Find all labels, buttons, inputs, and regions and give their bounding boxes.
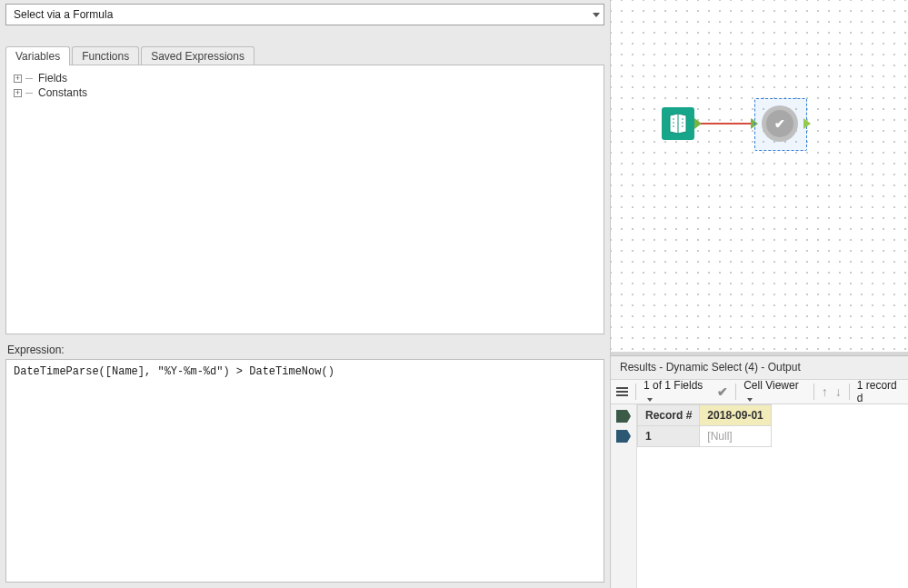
results-title: Results - Dynamic Select (4) - Output [611,356,908,379]
expression-library-tabs: Variables Functions Saved Expressions [0,45,610,65]
data-input-tool[interactable] [662,107,694,140]
expression-editor[interactable]: DateTimeParse([Name], "%Y-%m-%d") > Date… [5,359,604,583]
book-icon [666,112,690,135]
svg-point-5 [682,125,683,127]
col-header-record[interactable]: Record # [638,405,700,426]
chevron-down-icon [747,398,753,402]
tree-item-constants[interactable]: + Constants [14,85,596,100]
output-anchor-icon[interactable] [803,118,811,129]
select-mode-dropdown[interactable]: Select via a Formula [5,4,604,25]
list-icon[interactable] [616,385,628,398]
expand-icon[interactable]: + [14,89,22,97]
workflow-canvas[interactable]: ✔ [611,0,908,352]
sort-asc-icon[interactable]: ↑ [822,384,828,399]
table-header-row: Record # 2018-09-01 [638,405,772,426]
tree-item-label: Fields [38,71,67,85]
results-side-tabs [611,404,637,588]
select-mode-value: Select via a Formula [14,8,113,21]
data-cell: [Null] [700,426,771,447]
svg-point-2 [673,125,674,127]
tree-item-label: Constants [38,85,87,100]
results-toolbar: 1 of 1 Fields ✔ Cell Viewer ↑ ↓ 1 record… [611,379,908,404]
results-panel: Results - Dynamic Select (4) - Output 1 … [611,355,908,588]
data-tab-icon[interactable] [615,428,632,444]
tab-functions[interactable]: Functions [72,46,139,65]
check-icon: ✔ [774,116,785,131]
cell-viewer-dropdown[interactable]: Cell Viewer [743,379,806,404]
expand-icon[interactable]: + [14,75,22,83]
tab-saved-expressions[interactable]: Saved Expressions [141,46,254,65]
svg-point-3 [682,118,683,120]
svg-marker-6 [616,410,631,423]
variables-tree[interactable]: + Fields + Constants [5,65,604,334]
expression-text: DateTimeParse([Name], "%Y-%m-%d") > Date… [14,365,334,378]
fields-summary[interactable]: 1 of 1 Fields [644,379,710,404]
tree-item-fields[interactable]: + Fields [14,71,596,85]
metadata-tab-icon[interactable] [615,408,632,424]
col-header-date[interactable]: 2018-09-01 [700,405,771,426]
sort-desc-icon[interactable]: ↓ [835,384,842,399]
expression-label: Expression: [0,344,610,359]
svg-point-4 [682,122,683,124]
apply-check-icon[interactable]: ✔ [717,384,728,399]
record-count: 1 record d [857,379,903,404]
row-number-cell: 1 [638,426,700,447]
svg-point-0 [673,118,674,120]
dynamic-select-tool[interactable]: ✔ [762,105,798,142]
chevron-down-icon [593,13,600,17]
svg-marker-7 [616,430,631,443]
table-row[interactable]: 1 [Null] [638,426,772,447]
tab-variables[interactable]: Variables [5,46,70,65]
results-grid[interactable]: Record # 2018-09-01 1 [Null] [637,404,908,588]
chevron-down-icon [647,398,653,402]
svg-point-1 [673,122,674,124]
config-panel: Select via a Formula Variables Functions… [0,0,611,588]
connection-wire[interactable] [701,123,753,125]
